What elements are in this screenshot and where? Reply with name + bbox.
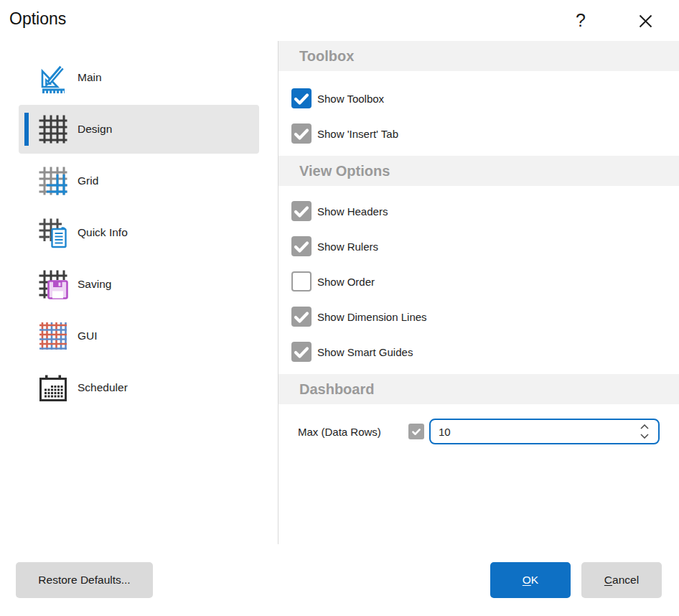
- checkbox-show-order[interactable]: Show Order: [291, 271, 375, 291]
- cancel-rest: ancel: [612, 574, 639, 587]
- spin-up-button[interactable]: [640, 424, 649, 429]
- max-data-rows-spin-edit: [429, 419, 660, 444]
- sidebar-item-saving[interactable]: Saving: [19, 260, 259, 309]
- calendar-icon: [37, 372, 69, 403]
- section-header-toolbox: Toolbox: [278, 41, 679, 71]
- sidebar-item-label: Quick Info: [78, 226, 128, 239]
- sidebar: Main Design: [0, 53, 278, 415]
- sidebar-item-label: Design: [78, 123, 112, 136]
- sidebar-item-main[interactable]: Main: [19, 53, 259, 102]
- checkbox-box: [291, 123, 312, 144]
- cancel-accel: C: [604, 574, 612, 587]
- checkbox-box: [291, 271, 312, 291]
- checkbox-box: [291, 342, 312, 362]
- max-data-rows-input[interactable]: [431, 426, 636, 438]
- checkbox-show-smart-guides[interactable]: Show Smart Guides: [291, 342, 413, 362]
- ok-accel: O: [523, 574, 531, 587]
- checkbox-box: [291, 88, 312, 108]
- check-icon: [291, 88, 312, 108]
- ok-rest: K: [531, 574, 538, 587]
- options-dialog: Options ? Main: [0, 0, 679, 616]
- check-icon: [291, 201, 312, 221]
- check-icon: [291, 342, 312, 362]
- checkbox-show-dimension-lines[interactable]: Show Dimension Lines: [291, 307, 427, 327]
- sidebar-item-label: Grid: [78, 174, 98, 187]
- checkbox-show-toolbox[interactable]: Show Toolbox: [291, 88, 384, 108]
- checkbox-label: Show Rulers: [317, 241, 378, 253]
- sidebar-item-label: Main: [78, 71, 102, 84]
- sidebar-item-quick-info[interactable]: Quick Info: [19, 208, 259, 257]
- close-icon: [639, 14, 652, 28]
- max-data-rows-row: Max (Data Rows): [278, 419, 679, 444]
- grid-floppy-icon: [37, 269, 69, 300]
- pencil-ruler-icon: [37, 62, 69, 93]
- sidebar-item-label: GUI: [78, 330, 98, 342]
- check-icon: [291, 123, 312, 144]
- checkbox-show-headers[interactable]: Show Headers: [291, 201, 388, 221]
- cancel-button[interactable]: Cancel: [581, 562, 662, 598]
- check-icon: [291, 236, 312, 256]
- grid-blue-icon: [37, 165, 69, 197]
- spin-buttons: [636, 424, 658, 439]
- grid-dark-icon: [37, 113, 69, 145]
- help-button[interactable]: ?: [570, 7, 591, 33]
- help-icon: ?: [576, 10, 586, 31]
- check-icon: [411, 426, 422, 437]
- ok-button[interactable]: OK: [490, 562, 571, 598]
- settings-panel: Toolbox Show Toolbox Show 'Insert' Tab V…: [278, 41, 679, 544]
- crosshatch-icon: [37, 320, 69, 352]
- sidebar-item-scheduler[interactable]: Scheduler: [19, 363, 259, 412]
- sidebar-item-label: Scheduler: [78, 381, 128, 394]
- checkbox-label: Show Smart Guides: [317, 346, 413, 358]
- checkbox-box: [291, 201, 312, 221]
- section-header-view-options: View Options: [278, 156, 679, 186]
- checkbox-label: Show 'Insert' Tab: [317, 128, 398, 140]
- sidebar-item-grid[interactable]: Grid: [19, 157, 259, 205]
- checkbox-show-rulers[interactable]: Show Rulers: [291, 236, 378, 256]
- close-button[interactable]: [633, 9, 657, 33]
- checkbox-label: Show Headers: [317, 205, 388, 218]
- grid-document-icon: [37, 217, 69, 248]
- sidebar-item-design[interactable]: Design: [19, 105, 259, 154]
- window-title: Options: [9, 9, 66, 29]
- sidebar-item-gui[interactable]: GUI: [19, 312, 259, 360]
- max-data-rows-label: Max (Data Rows): [298, 426, 381, 438]
- checkbox-label: Show Dimension Lines: [317, 311, 427, 323]
- sidebar-item-label: Saving: [78, 278, 111, 291]
- restore-defaults-button[interactable]: Restore Defaults...: [16, 562, 153, 598]
- checkbox-show-insert-tab[interactable]: Show 'Insert' Tab: [291, 123, 398, 144]
- section-header-dashboard: Dashboard: [278, 374, 679, 404]
- chevron-up-icon: [640, 424, 649, 429]
- checkbox-label: Show Toolbox: [317, 93, 384, 105]
- checkbox-box: [291, 307, 312, 327]
- spin-down-button[interactable]: [640, 434, 649, 439]
- chevron-down-icon: [640, 434, 649, 439]
- checkbox-box: [291, 236, 312, 256]
- selection-accent-bar: [24, 113, 29, 146]
- max-data-rows-checkbox[interactable]: [408, 424, 424, 439]
- checkbox-label: Show Order: [317, 276, 375, 288]
- check-icon: [291, 307, 312, 327]
